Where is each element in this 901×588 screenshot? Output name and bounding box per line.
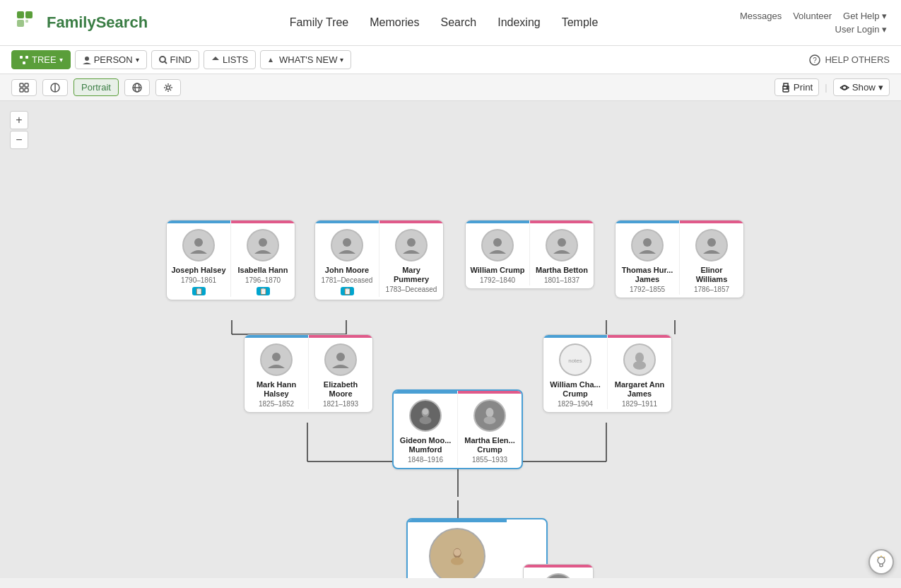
volunteer-link[interactable]: Volunteer — [793, 11, 832, 21]
john-mary-couple[interactable]: John Moore 1781–Deceased 📋 Mary Pummery … — [314, 220, 444, 300]
svg-point-51 — [272, 353, 281, 361]
portrait-label: Portrait — [81, 82, 111, 93]
thomas-avatar — [631, 229, 664, 261]
svg-point-8 — [160, 57, 165, 62]
world-view-btn[interactable] — [124, 79, 150, 96]
svg-marker-10 — [212, 57, 219, 60]
catherine-couple[interactable]: Catherine B... Neff 1885–1972 📋 — [523, 564, 594, 578]
svg-line-9 — [165, 61, 167, 64]
tree-canvas: Joseph Halsey 1790–1861 📋 Isabella Hann … — [0, 101, 901, 578]
gideon-card[interactable]: Gideon Moo... Mumford 1848–1916 — [394, 391, 457, 468]
help-others-label[interactable]: HELP OTHERS — [825, 54, 890, 65]
find-button[interactable]: FIND — [151, 50, 199, 69]
person-icon — [83, 56, 91, 64]
gideon-name: Gideon Moo... Mumford — [398, 436, 453, 454]
joseph-isabella-couple[interactable]: Joseph Halsey 1790–1861 📋 Isabella Hann … — [166, 220, 295, 300]
martha-crump-dates: 1855–1933 — [472, 456, 507, 464]
mark-halsey-card[interactable]: Mark Hann Halsey 1825–1852 — [245, 335, 308, 412]
messages-link[interactable]: Messages — [740, 11, 782, 21]
svg-rect-16 — [25, 88, 28, 92]
svg-point-46 — [407, 238, 416, 247]
tree-area[interactable]: + − — [0, 101, 901, 578]
john-moore-card[interactable]: John Moore 1781–Deceased 📋 — [315, 220, 379, 300]
mark-dates: 1825–1852 — [259, 400, 294, 408]
svg-rect-22 — [783, 89, 789, 92]
williamcha-name: William Cha... Crump — [548, 380, 603, 399]
isabella-hann-card[interactable]: Isabella Hann 1796–1870 📋 — [231, 220, 295, 300]
elizabeth-moore-card[interactable]: Elizabeth Moore 1821–1893 — [309, 335, 372, 412]
margaret-james-card[interactable]: Margaret Ann James 1829–1911 — [608, 335, 671, 412]
nav-indexing[interactable]: Indexing — [497, 16, 541, 29]
show-label: Show — [852, 82, 876, 93]
nav-memories[interactable]: Memories — [370, 16, 419, 29]
zoom-in-button[interactable]: + — [10, 111, 28, 129]
gideon-martha-couple[interactable]: Gideon Moo... Mumford 1848–1916 Martha E… — [392, 389, 523, 469]
williamcha-margaret-couple[interactable]: notes William Cha... Crump 1829–1904 Mar… — [543, 334, 672, 413]
william-martha-couple[interactable]: William Crump 1792–1840 Martha Betton 18… — [465, 220, 594, 289]
elinor-dates: 1786–1857 — [694, 286, 729, 293]
victor-avatar — [429, 528, 485, 578]
zoom-out-button[interactable]: − — [10, 131, 28, 149]
joseph-halsey-card[interactable]: Joseph Halsey 1790–1861 📋 — [167, 220, 230, 300]
williamcha-dates: 1829–1904 — [558, 400, 593, 408]
mark-name: Mark Hann Halsey — [249, 380, 304, 399]
thomas-elinor-couple[interactable]: Thomas Hur... James 1792–1855 Elinor Wil… — [615, 220, 744, 298]
martha-betton-card[interactable]: Martha Betton 1801–1837 — [530, 220, 594, 288]
help-icon: ? — [809, 54, 820, 66]
svg-point-55 — [633, 361, 646, 370]
martha-crump-card[interactable]: Martha Elen... Crump 1855–1933 — [458, 391, 522, 468]
top-right: Messages Volunteer Get Help ▾ User Login… — [740, 11, 887, 35]
mary-avatar — [395, 229, 428, 261]
williamcha-card[interactable]: notes William Cha... Crump 1829–1904 — [543, 335, 607, 412]
nav-search[interactable]: Search — [441, 16, 477, 29]
print-button[interactable]: Print — [775, 78, 819, 96]
svg-rect-0 — [17, 11, 24, 18]
portrait-view-btn[interactable]: Portrait — [73, 78, 119, 96]
get-help-link[interactable]: Get Help ▾ — [843, 11, 887, 21]
svg-line-69 — [878, 557, 878, 558]
elizabeth-name: Elizabeth Moore — [313, 380, 368, 399]
expand-view-btn[interactable] — [11, 79, 37, 96]
whats-new-button[interactable]: WHAT'S NEW ▾ — [260, 50, 351, 69]
tree-button[interactable]: TREE ▾ — [11, 50, 71, 69]
svg-point-48 — [558, 238, 566, 247]
thomas-james-card[interactable]: Thomas Hur... James 1792–1855 — [616, 220, 679, 298]
user-login[interactable]: User Login ▾ — [835, 24, 887, 35]
person-button[interactable]: PERSON ▾ — [75, 50, 147, 69]
mary-dates: 1783–Deceased — [386, 286, 437, 293]
show-button[interactable]: Show ▾ — [833, 78, 890, 96]
elinor-williams-card[interactable]: Elinor Williams 1786–1857 — [680, 220, 743, 298]
svg-point-50 — [707, 238, 716, 247]
svg-point-45 — [343, 238, 351, 247]
william-crump-card[interactable]: William Crump 1792–1840 — [466, 220, 529, 288]
svg-point-24 — [787, 87, 787, 88]
top-right-links: Messages Volunteer Get Help ▾ — [740, 11, 887, 21]
fan-view-btn[interactable] — [42, 79, 68, 96]
logo-area[interactable]: FamilySearch — [14, 8, 148, 37]
nav-temple[interactable]: Temple — [562, 16, 599, 29]
mark-elizabeth-couple[interactable]: Mark Hann Halsey 1825–1852 Elizabeth Moo… — [244, 334, 373, 413]
hint-button[interactable] — [868, 549, 894, 575]
martha-betton-dates: 1801–1837 — [544, 276, 579, 284]
catherine-card[interactable]: Catherine B... Neff 1885–1972 📋 — [524, 565, 593, 578]
martha-crump-avatar — [473, 399, 506, 432]
svg-point-21 — [166, 86, 170, 89]
john-temple: 📋 — [341, 287, 354, 295]
svg-point-66 — [878, 557, 885, 564]
toolbar: TREE ▾ PERSON ▾ FIND LISTS — [0, 46, 901, 74]
margaret-name: Margaret Ann James — [612, 380, 667, 399]
svg-point-52 — [336, 353, 345, 361]
lists-button[interactable]: LISTS — [204, 50, 256, 69]
catherine-avatar — [542, 573, 575, 578]
fan-icon — [50, 83, 60, 93]
svg-point-44 — [259, 238, 267, 247]
mary-pummery-card[interactable]: Mary Pummery 1783–Deceased — [379, 220, 443, 300]
settings-view-btn[interactable] — [155, 79, 181, 96]
svg-rect-5 — [25, 56, 28, 59]
nav-family-tree[interactable]: Family Tree — [290, 16, 349, 29]
svg-rect-15 — [20, 88, 23, 92]
svg-rect-4 — [20, 56, 23, 59]
svg-rect-2 — [17, 20, 24, 27]
victor-card[interactable]: Victor Emanuel Mumford 1885–1973 — [408, 519, 507, 578]
joseph-avatar — [182, 229, 215, 261]
